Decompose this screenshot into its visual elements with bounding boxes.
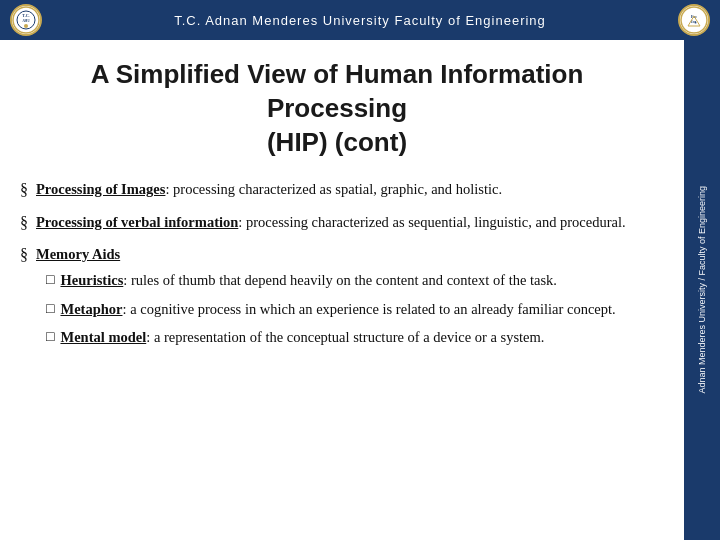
sub-text-heuristics: Heuristics: rules of thumb that depend h… — [60, 270, 654, 290]
sub-symbol-3: □ — [46, 327, 54, 347]
sub-item-metaphor: □ Metaphor: a cognitive process in which… — [46, 299, 654, 319]
main-content: A Simplified View of Human Information P… — [0, 40, 684, 540]
sub-bullet-list: □ Heuristics: rules of thumb that depend… — [46, 270, 654, 347]
bullet-symbol-3: § — [20, 244, 28, 266]
page-title: A Simplified View of Human Information P… — [20, 58, 654, 159]
term-metaphor: Metaphor — [60, 301, 122, 317]
bullet-text-1: Processing of Images: processing charact… — [36, 179, 654, 199]
bullet-item-1: § Processing of Images: processing chara… — [20, 179, 654, 201]
sub-text-metaphor: Metaphor: a cognitive process in which a… — [60, 299, 654, 319]
svg-text:T.C.: T.C. — [22, 13, 29, 18]
sub-symbol-2: □ — [46, 299, 54, 319]
bullet-list: § Processing of Images: processing chara… — [20, 179, 654, 355]
bullet-item-2: § Processing of verbal information: proc… — [20, 212, 654, 234]
logo-right: Fac Eng. — [678, 4, 710, 36]
header-title: T.C. Adnan Menderes University Faculty o… — [174, 13, 546, 28]
side-bar: Adnan Menderes University / Faculty of E… — [684, 40, 720, 540]
term-2: Processing of verbal information — [36, 214, 238, 230]
svg-point-4 — [24, 24, 28, 28]
bullet-text-2: Processing of verbal information: proces… — [36, 212, 654, 232]
side-bar-text: Adnan Menderes University / Faculty of E… — [696, 186, 709, 394]
logo-left: T.C. AMU — [10, 4, 42, 36]
sub-item-heuristics: □ Heuristics: rules of thumb that depend… — [46, 270, 654, 290]
term-1: Processing of Images — [36, 181, 165, 197]
bullet-item-3: § Memory Aids □ Heuristics: rules of thu… — [20, 244, 654, 355]
svg-text:AMU: AMU — [22, 19, 30, 23]
bullet-text-3: Memory Aids □ Heuristics: rules of thumb… — [36, 244, 654, 355]
header-bar: T.C. AMU T.C. Adnan Menderes University … — [0, 0, 720, 40]
bullet-symbol-2: § — [20, 212, 28, 234]
term-memory-aids: Memory Aids — [36, 246, 120, 262]
sub-text-mental-model: Mental model: a representation of the co… — [60, 327, 654, 347]
term-heuristics: Heuristics — [60, 272, 123, 288]
bullet-symbol-1: § — [20, 179, 28, 201]
sub-item-mental-model: □ Mental model: a representation of the … — [46, 327, 654, 347]
sub-symbol-1: □ — [46, 270, 54, 290]
term-mental-model: Mental model — [60, 329, 146, 345]
